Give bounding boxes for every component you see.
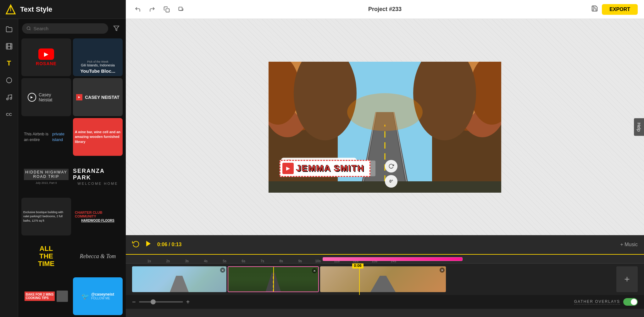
search-icon: [26, 26, 31, 31]
exclusive-text: Exclusive boutique building with valet p…: [23, 210, 69, 223]
filter-button[interactable]: [111, 23, 122, 34]
ruler-5s: 5s: [208, 255, 226, 263]
seranza-sub: WELCOME HOME: [78, 182, 118, 185]
template-card-twitter[interactable]: 🐦 @caseyneist FOLLOW ME: [73, 277, 123, 315]
sidebar-icon-cc[interactable]: CC: [3, 108, 15, 120]
replay-button[interactable]: [132, 240, 140, 249]
undo-button[interactable]: [132, 4, 143, 15]
seranza-name: SERANZA PARK: [73, 168, 123, 181]
gili-title: YouTube Bloc...: [80, 68, 115, 74]
svg-line-14: [30, 29, 31, 30]
template-card-casey-dark[interactable]: ▶ Casey Neistat: [21, 78, 71, 116]
video-preview: ⏺ T ••• ▶ JE: [269, 62, 501, 193]
ruler-10s: 10s: [302, 255, 321, 263]
twitter-icon: 🐦: [81, 292, 89, 300]
topbar: Project #233 EXPORT: [126, 0, 644, 19]
clip-3-close[interactable]: ✕: [440, 268, 445, 273]
search-bar: [18, 19, 126, 37]
gili-loc: Gili Islands, Indonesia: [81, 63, 115, 67]
sidebar-icon-text[interactable]: T: [3, 57, 15, 69]
twitter-handle: @caseyneist: [91, 292, 114, 297]
template-card-allthetime[interactable]: ALLTHETIME: [21, 237, 71, 275]
toolbar-right: EXPORT: [591, 4, 638, 15]
jemma-play-icon: ▶: [282, 163, 294, 174]
template-card-winebar[interactable]: A wine bar, wine cell and an amazing woo…: [73, 118, 123, 156]
ruler-8s: 8s: [264, 255, 283, 263]
play-button[interactable]: [145, 240, 152, 249]
svg-point-13: [27, 27, 30, 30]
redo-button[interactable]: [147, 4, 158, 15]
template-card-airbnb[interactable]: This Airbnb is an entire private island: [21, 118, 71, 156]
add-clip-button[interactable]: +: [616, 266, 638, 292]
total-time: 0:13: [171, 242, 181, 247]
rotate-button[interactable]: [385, 160, 397, 173]
twitter-follow: FOLLOW ME: [91, 297, 114, 300]
charter-sub: HARDWOOD FLOORS: [81, 219, 114, 222]
toolbar-left: [132, 4, 187, 15]
clip-2-close[interactable]: ✕: [312, 268, 317, 273]
bake-img: [57, 291, 68, 302]
zoom-slider[interactable]: [139, 301, 183, 303]
search-wrap[interactable]: [22, 23, 108, 34]
clip-thumb-1[interactable]: ✕: [132, 266, 226, 292]
svg-rect-17: [179, 7, 182, 10]
template-card-hidden-hwy[interactable]: HIDDEN HIGHWAY ROAD TRIP July 2013, Part…: [21, 158, 71, 195]
template-card-exclusive[interactable]: Exclusive boutique building with valet p…: [21, 198, 71, 235]
help-button[interactable]: Help: [634, 118, 644, 136]
template-card-gili[interactable]: Pick of the Week Gili Islands, Indonesia…: [73, 38, 123, 76]
jemma-badge-container[interactable]: ▶ JEMMA SMITH 0°: [280, 160, 375, 177]
ruler-6s: 6s: [226, 255, 245, 263]
clip-1-close[interactable]: ✕: [220, 268, 225, 273]
playhead[interactable]: 0:06: [359, 263, 360, 295]
ruler-4s: 4s: [189, 255, 208, 263]
casey-dark-badge: ▶ Casey Neistat: [24, 90, 69, 104]
main-content: Project #233 EXPORT: [126, 0, 644, 317]
template-card-seranza[interactable]: SERANZA PARK WELCOME HOME: [73, 158, 123, 195]
resize-handle[interactable]: [370, 161, 375, 176]
casey-red-icon: ▶: [76, 94, 82, 100]
export-button[interactable]: EXPORT: [602, 4, 638, 15]
save-button[interactable]: [591, 5, 598, 14]
music-button[interactable]: + Music: [620, 242, 638, 247]
ruler-7s: 7s: [245, 255, 264, 263]
hidden-hwy-sub: July 2013, Part II: [36, 180, 57, 184]
search-input[interactable]: [34, 26, 104, 31]
template-card-rebecca[interactable]: Rebecca & Tom: [73, 237, 123, 275]
overlay-track[interactable]: [323, 257, 463, 261]
bake-text: BAKE FOR 2 MINSCOOKING TIPS: [25, 292, 55, 301]
clip-thumb-3[interactable]: ✕: [320, 266, 446, 292]
timeline-area: 1s 2s 3s 4s 5s 6s 7s 8s 9s 10s 11s 12s 1…: [126, 254, 644, 317]
sidebar-icon-folder[interactable]: [3, 23, 15, 35]
hidden-hwy-title: HIDDEN HIGHWAY ROAD TRIP: [24, 169, 69, 180]
clip-thumb-2-active[interactable]: ✕ SELECT: [228, 266, 319, 292]
jemma-badge[interactable]: ▶ JEMMA SMITH: [280, 160, 370, 177]
paste-button[interactable]: [175, 4, 187, 15]
svg-rect-16: [166, 8, 169, 12]
ruler-9s: 9s: [283, 255, 302, 263]
casey-name: Casey Neistat: [39, 92, 65, 102]
time-display: 0:06 / 0:13: [157, 242, 181, 247]
player-bar: 0:06 / 0:13 + Music: [126, 235, 644, 254]
zoom-plus-button[interactable]: +: [186, 298, 190, 306]
zoom-minus-button[interactable]: −: [132, 298, 136, 306]
yt-icon: ▶: [38, 48, 54, 60]
timeline-bottom: − + GATHER OVERLAYS: [126, 295, 644, 309]
template-card-rosane[interactable]: ▶ ROSANE: [21, 38, 71, 76]
ruler-2s: 2s: [151, 255, 170, 263]
template-card-charter[interactable]: CHARTER CLUB COMMUNITY HARDWOOD FLOORS: [73, 198, 123, 235]
toggle-knob: [631, 299, 637, 305]
sidebar-icon-shapes[interactable]: [3, 74, 15, 86]
svg-point-10: [6, 78, 12, 83]
att-text: ALLTHETIME: [38, 245, 55, 268]
gather-overlays-section: GATHER OVERLAYS: [574, 298, 638, 306]
template-card-casey-red[interactable]: ▶ CASEY NEISTAT: [73, 78, 123, 116]
rebecca-text: Rebecca & Tom: [80, 253, 116, 260]
template-card-bake[interactable]: BAKE FOR 2 MINSCOOKING TIPS: [21, 277, 71, 315]
gather-overlays-toggle[interactable]: [623, 298, 638, 306]
sidebar-icon-film[interactable]: [3, 40, 15, 52]
copy-button[interactable]: [161, 4, 172, 15]
clip-playhead-line: [273, 267, 274, 292]
sidebar-icon-music[interactable]: [3, 91, 15, 103]
project-title: Project #233: [368, 6, 402, 13]
template-grid: ▶ ROSANE Pick of the Week Gili Islands, …: [18, 37, 126, 317]
